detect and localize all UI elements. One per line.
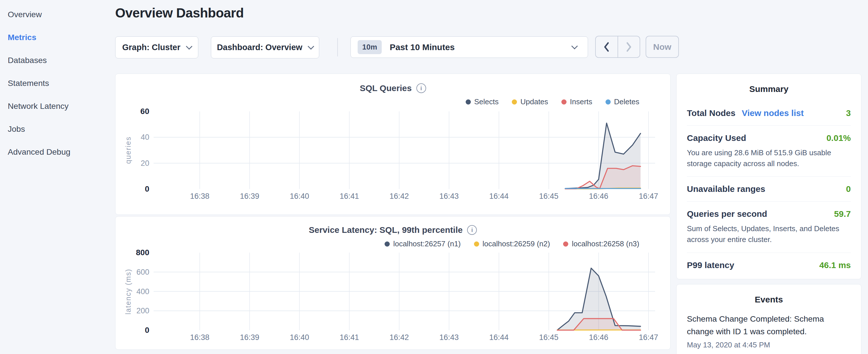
legend-dot-updates [512,99,517,104]
svg-text:400: 400 [136,287,149,296]
svg-text:16:45: 16:45 [539,192,559,200]
svg-text:0: 0 [145,185,149,193]
event-timestamp: May 13, 2020 at 4:45 PM [687,341,851,349]
time-range-badge: 10m [358,40,382,54]
summary-panel: Summary Total Nodes View nodes list 3 Ca… [676,74,861,279]
event-item[interactable]: Schema Change Completed: Schema change w… [687,313,851,349]
svg-text:16:43: 16:43 [439,333,459,342]
svg-text:16:45: 16:45 [539,333,559,342]
summary-row-queries-per-second: Queries per second 59.7 Sum of Selects, … [687,202,851,253]
view-nodes-list-link[interactable]: View nodes list [742,108,804,118]
legend-label: Selects [474,97,499,106]
y-axis-label-queries: queries [124,111,132,189]
legend-item-inserts[interactable]: Inserts [561,97,592,106]
legend-label: Updates [520,97,548,106]
chevron-down-icon [186,43,192,50]
summary-row-subtext: Sum of Selects, Updates, Inserts, and De… [687,223,851,245]
chart-title-service-latency: Service Latency: SQL, 99th percentile i [116,225,670,235]
svg-text:16:43: 16:43 [439,192,459,200]
chart-title-sql-queries: SQL Queries i [116,83,670,93]
sql-queries-plot[interactable]: 16:3816:3916:4016:4116:4216:4316:4416:45… [116,74,670,215]
svg-text:16:40: 16:40 [290,192,309,200]
svg-text:16:41: 16:41 [340,192,359,200]
legend-label: localhost:26257 (n1) [393,239,461,248]
summary-row-value: 0 [846,184,851,194]
legend-label: localhost:26259 (n2) [483,239,550,248]
legend-item-n3[interactable]: localhost:26258 (n3) [563,239,639,248]
now-button[interactable]: Now [646,36,679,58]
svg-text:16:41: 16:41 [340,333,359,342]
svg-text:16:44: 16:44 [489,333,509,342]
sql-queries-chart-card: 16:3816:3916:4016:4116:4216:4316:4416:45… [115,74,671,215]
events-title: Events [687,284,851,313]
svg-text:16:42: 16:42 [390,333,409,342]
legend-dot-n1 [384,242,390,247]
info-icon[interactable]: i [467,225,477,235]
sidebar-item-jobs[interactable]: Jobs [0,118,115,140]
svg-text:200: 200 [136,307,149,315]
svg-text:16:40: 16:40 [290,333,309,342]
legend-dot-n3 [563,242,568,247]
summary-row-label: Queries per second [687,209,767,219]
svg-text:16:39: 16:39 [240,333,259,342]
time-prev-button[interactable] [596,36,618,57]
service-latency-plot[interactable]: 16:3816:3916:4016:4116:4216:4316:4416:45… [116,217,670,349]
summary-row-total-nodes: Total Nodes View nodes list 3 [687,101,851,126]
svg-text:16:47: 16:47 [639,192,658,200]
svg-text:800: 800 [136,248,149,257]
legend-item-n2[interactable]: localhost:26259 (n2) [474,239,550,248]
time-range-selector[interactable]: 10m Past 10 Minutes [350,36,588,58]
graph-dropdown[interactable]: Graph: Cluster [115,36,198,58]
legend-dot-n2 [474,242,479,247]
legend-item-updates[interactable]: Updates [512,97,548,106]
svg-text:16:44: 16:44 [489,192,509,200]
svg-text:20: 20 [141,159,149,167]
chart-title-text: Service Latency: SQL, 99th percentile [309,225,463,235]
time-next-button[interactable] [618,36,640,57]
y-axis-label-latency: latency (ms) [124,253,132,330]
legend-item-deletes[interactable]: Deletes [606,97,639,106]
svg-text:60: 60 [141,107,149,116]
summary-row-label: Unavailable ranges [687,184,765,194]
summary-row-value: 3 [846,108,851,118]
sidebar-item-metrics[interactable]: Metrics [0,26,115,49]
legend-item-n1[interactable]: localhost:26257 (n1) [384,239,461,248]
legend-label: Inserts [570,97,592,106]
svg-text:16:46: 16:46 [589,333,608,342]
legend-dot-inserts [561,99,566,104]
legend-item-selects[interactable]: Selects [466,97,499,106]
service-latency-legend: localhost:26257 (n1) localhost:26259 (n2… [384,239,639,248]
svg-text:600: 600 [136,268,149,277]
sidebar-item-databases[interactable]: Databases [0,49,115,72]
events-panel: Events Schema Change Completed: Schema c… [676,284,861,354]
time-step-buttons [595,36,640,58]
dashboard-dropdown[interactable]: Dashboard: Overview [211,36,319,58]
legend-label: localhost:26258 (n3) [572,239,639,248]
sidebar-item-overview[interactable]: Overview [0,3,115,26]
chevron-down-icon [308,43,314,50]
event-text: Schema Change Completed: Schema change w… [687,313,851,338]
time-range-label: Past 10 Minutes [390,42,455,52]
sidebar: Overview Metrics Databases Statements Ne… [0,0,115,354]
info-icon[interactable]: i [416,83,426,93]
summary-row-value: 0.01% [827,133,851,143]
sidebar-item-advanced-debug[interactable]: Advanced Debug [0,140,115,163]
sidebar-item-statements[interactable]: Statements [0,72,115,95]
summary-row-p99-latency: P99 latency 46.1 ms [687,253,851,278]
legend-dot-selects [466,99,471,104]
legend-label: Deletes [614,97,639,106]
summary-row-label: P99 latency [687,260,734,270]
chevron-down-icon [571,43,578,49]
chevron-right-icon [625,42,632,52]
sidebar-item-network-latency[interactable]: Network Latency [0,95,115,118]
graph-dropdown-label: Graph: Cluster [122,43,180,52]
svg-text:16:38: 16:38 [190,333,210,342]
page-title: Overview Dashboard [115,5,244,21]
summary-row-label: Total Nodes [687,108,735,118]
summary-row-label: Capacity Used [687,133,746,143]
dashboard-dropdown-label: Dashboard: Overview [217,43,302,52]
summary-row-value: 59.7 [834,209,851,219]
chart-title-text: SQL Queries [360,83,411,93]
summary-row-subtext: You are using 28.6 MiB of 515.9 GiB usab… [687,148,851,169]
controls-divider [337,38,338,57]
